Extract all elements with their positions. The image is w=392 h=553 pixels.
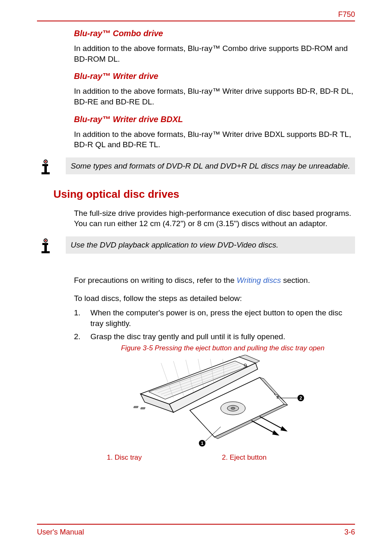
note-row-2: Use the DVD playback application to view… [37,236,355,255]
precautions-post: section. [281,276,310,285]
svg-rect-4 [42,172,50,174]
svg-rect-25 [134,406,138,408]
page-footer: User's Manual 3-6 [37,524,355,537]
callout-2: 2. Eject button [222,454,355,462]
svg-marker-39 [273,431,278,435]
text-precautions: For precautions on writing to discs, ref… [74,275,355,286]
figure-caption: Figure 3-5 Pressing the eject button and… [90,344,355,352]
text-combo: In addition to the above formats, Blu-ra… [74,43,355,64]
step-1: 1. When the computer's power is on, pres… [74,308,355,329]
svg-text:1: 1 [201,441,203,446]
text-using: The full-size drive provides high-perfor… [74,208,355,229]
heading-using: Using optical disc drives [53,188,355,201]
header-model: F750 [37,10,355,19]
footer-rule [37,524,355,525]
footer-left: User's Manual [37,528,84,537]
svg-point-33 [231,407,235,410]
svg-rect-8 [44,243,47,252]
svg-point-6 [45,240,46,241]
footer-right: 3-6 [344,528,355,537]
text-writer: In addition to the above formats, Blu-ra… [74,86,355,107]
note-row-1: Some types and formats of DVD-R DL and D… [37,157,355,176]
svg-rect-35 [277,396,279,398]
heading-writer: Blu-ray™ Writer drive [74,72,355,81]
step-2: 2. Grasp the disc tray gently and pull u… [74,331,355,342]
text-load-intro: To load discs, follow the steps as detai… [74,293,355,304]
svg-rect-26 [141,407,145,409]
step-2-text: Grasp the disc tray gently and pull unti… [90,331,355,342]
svg-text:2: 2 [300,396,302,400]
note-text-1: Some types and formats of DVD-R DL and D… [66,157,355,175]
precautions-pre: For precautions on writing to discs, ref… [74,276,237,285]
info-icon [37,158,54,176]
step-1-num: 1. [74,308,90,329]
step-1-text: When the computer's power is on, press t… [90,308,355,329]
step-2-num: 2. [74,331,90,342]
heading-bdxl: Blu-ray™ Writer drive BDXL [74,115,355,124]
svg-rect-3 [44,164,47,173]
figure-3-5: 1 2 [90,355,355,449]
header-rule [37,21,355,21]
svg-marker-37 [281,427,286,431]
info-icon [37,237,54,255]
svg-point-1 [45,161,46,162]
callout-1: 1. Disc tray [107,454,222,462]
figure-callouts: 1. Disc tray 2. Eject button [107,454,355,462]
note-text-2: Use the DVD playback application to view… [66,236,355,254]
svg-rect-9 [42,251,50,253]
writing-discs-link[interactable]: Writing discs [237,276,281,285]
text-bdxl: In addition to the above formats, Blu-ra… [74,129,355,150]
heading-combo: Blu-ray™ Combo drive [74,29,355,38]
